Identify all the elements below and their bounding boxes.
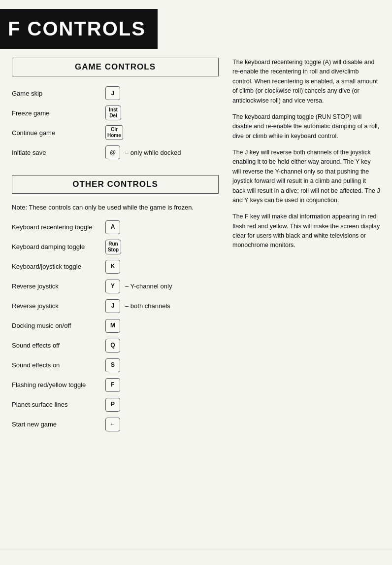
- bottom-divider: [0, 550, 392, 550]
- table-row: Reverse joystick Y – Y-channel only: [12, 279, 219, 294]
- control-label: Initiate save: [12, 149, 105, 156]
- control-label: Keyboard recentering toggle: [12, 223, 105, 231]
- table-row: Sound effects on S: [12, 357, 219, 373]
- other-controls-list: Keyboard recentering toggle A Keyboard d…: [12, 219, 219, 432]
- key-button: Y: [105, 280, 120, 293]
- table-row: Start new game ←: [12, 417, 219, 432]
- key-button: ClrHome: [105, 125, 123, 140]
- control-label: Start new game: [12, 421, 105, 428]
- control-label: Keyboard/joystick toggle: [12, 263, 105, 270]
- control-note: – only while docked: [125, 149, 181, 156]
- header-title: F CONTROLS: [8, 18, 146, 39]
- key-button: A: [105, 220, 120, 234]
- control-label: Freeze game: [12, 109, 105, 117]
- key-button: ←: [105, 418, 120, 431]
- key-button: InstDel: [105, 106, 121, 120]
- control-label: Sound effects on: [12, 361, 105, 369]
- right-para-4: The F key will make dial information app…: [232, 212, 380, 250]
- left-column: GAME CONTROLS Game skip J Freeze game In…: [12, 58, 219, 436]
- table-row: Freeze game InstDel: [12, 105, 219, 121]
- control-label: Reverse joystick: [12, 302, 105, 310]
- control-label: Game skip: [12, 90, 105, 97]
- key-button: RunStop: [105, 240, 121, 254]
- right-para-1: The keyboard recentering toggle (A) will…: [232, 58, 380, 106]
- other-controls-header: OTHER CONTROLS: [12, 175, 219, 194]
- header-bar: F CONTROLS: [0, 9, 158, 49]
- table-row: Initiate save @ – only while docked: [12, 144, 219, 160]
- control-label: Sound effects off: [12, 342, 105, 349]
- key-button: S: [105, 358, 120, 372]
- control-label: Reverse joystick: [12, 282, 105, 290]
- key-button: J: [105, 299, 120, 313]
- other-controls-note: Note: These controls can only be used wh…: [12, 203, 219, 212]
- key-button: M: [105, 319, 120, 333]
- key-button: @: [105, 145, 120, 159]
- right-para-2: The keyboard damping toggle (RUN STOP) w…: [232, 112, 380, 141]
- control-label: Continue game: [12, 129, 105, 137]
- key-button: F: [105, 378, 120, 392]
- key-button: J: [105, 86, 120, 100]
- key-button: K: [105, 260, 120, 274]
- table-row: Reverse joystick J – both channels: [12, 298, 219, 314]
- control-label: Planet surface lines: [12, 401, 105, 408]
- game-controls-header: GAME CONTROLS: [12, 58, 219, 76]
- table-row: Keyboard recentering toggle A: [12, 219, 219, 235]
- table-row: Flashing red/yellow toggle F: [12, 377, 219, 393]
- table-row: Game skip J: [12, 85, 219, 101]
- control-label: Flashing red/yellow toggle: [12, 381, 105, 388]
- control-label: Docking music on/off: [12, 322, 105, 329]
- control-note: – Y-channel only: [125, 282, 172, 290]
- control-label: Keyboard damping toggle: [12, 243, 105, 250]
- table-row: Continue game ClrHome: [12, 125, 219, 141]
- control-note: – both channels: [125, 302, 170, 310]
- game-controls-list: Game skip J Freeze game InstDel Continue…: [12, 85, 219, 160]
- table-row: Keyboard/joystick toggle K: [12, 259, 219, 275]
- table-row: Planet surface lines P: [12, 397, 219, 413]
- right-column: The keyboard recentering toggle (A) will…: [219, 58, 380, 436]
- key-button: Q: [105, 339, 120, 353]
- table-row: Docking music on/off M: [12, 318, 219, 334]
- key-button: P: [105, 398, 120, 412]
- table-row: Sound effects off Q: [12, 338, 219, 353]
- right-para-3: The J key will reverse both channels of …: [232, 148, 380, 205]
- table-row: Keyboard damping toggle RunStop: [12, 239, 219, 255]
